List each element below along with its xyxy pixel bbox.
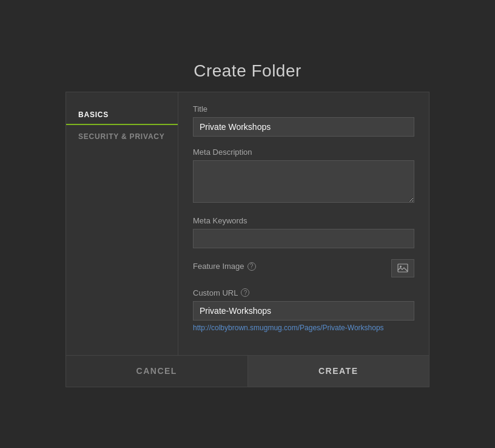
custom-url-label: Custom URL ?: [193, 288, 414, 297]
svg-point-1: [400, 265, 402, 267]
form-content: Title Meta Description Meta Keywords Fea…: [178, 92, 429, 355]
page-title: Create Folder: [194, 61, 301, 81]
custom-url-hint: http://colbybrown.smugmug.com/Pages/Priv…: [193, 324, 414, 332]
custom-url-help-icon[interactable]: ?: [241, 288, 249, 297]
meta-description-group: Meta Description: [193, 148, 414, 205]
feature-image-upload-button[interactable]: [391, 259, 414, 277]
sidebar-item-security[interactable]: SECURITY & PRIVACY: [66, 126, 178, 147]
feature-image-row: Feature Image ?: [193, 259, 414, 277]
feature-image-help-icon[interactable]: ?: [247, 262, 256, 271]
dialog-footer: CANCEL CREATE: [66, 355, 429, 387]
dialog-body: BASICS SECURITY & PRIVACY Title Meta Des…: [66, 92, 429, 355]
meta-keywords-input[interactable]: [193, 229, 414, 248]
meta-description-input[interactable]: [193, 160, 414, 203]
cancel-button[interactable]: CANCEL: [66, 356, 248, 387]
title-label: Title: [193, 104, 414, 114]
create-folder-dialog: BASICS SECURITY & PRIVACY Title Meta Des…: [66, 92, 429, 387]
custom-url-input[interactable]: [193, 301, 414, 321]
custom-url-group: Custom URL ? http://colbybrown.smugmug.c…: [193, 288, 414, 332]
meta-keywords-group: Meta Keywords: [193, 216, 414, 248]
meta-description-label: Meta Description: [193, 148, 414, 157]
feature-image-label: Feature Image ?: [193, 262, 256, 271]
sidebar-item-basics[interactable]: BASICS: [66, 104, 178, 125]
sidebar: BASICS SECURITY & PRIVACY: [66, 92, 178, 355]
create-button[interactable]: CREATE: [248, 356, 429, 387]
title-group: Title: [193, 104, 414, 137]
feature-image-group: Feature Image ?: [193, 259, 414, 277]
title-input[interactable]: [193, 117, 414, 137]
svg-rect-0: [398, 264, 408, 272]
meta-keywords-label: Meta Keywords: [193, 216, 414, 225]
